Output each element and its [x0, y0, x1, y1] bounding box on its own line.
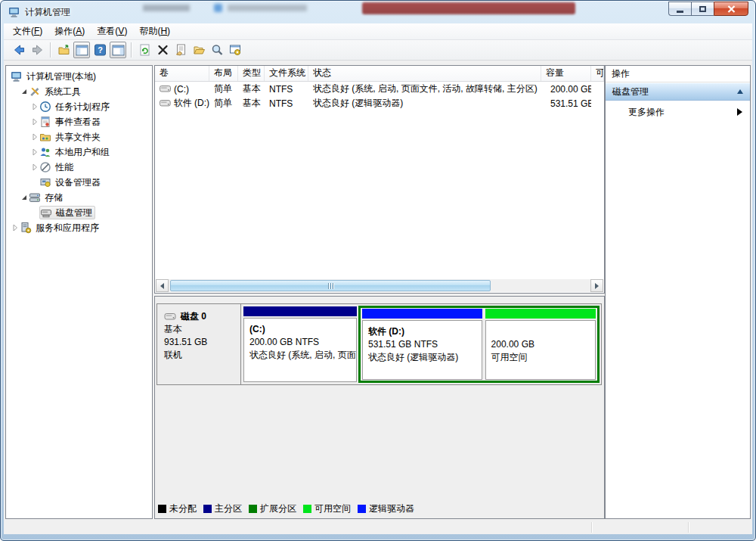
close-icon [727, 5, 736, 13]
legend-label: 逻辑驱动器 [369, 502, 414, 515]
volume-icon [160, 85, 171, 93]
column-header-layout[interactable]: 布局 [209, 66, 238, 81]
show-console-tree-button[interactable] [55, 42, 72, 58]
disk-management-section-bar[interactable]: 磁盘管理 [606, 82, 750, 101]
free-space-region[interactable]: 200.00 GB 可用空间 [485, 309, 596, 380]
partition-size: 200.00 GB NTFS [249, 336, 355, 349]
disk-0-label[interactable]: 磁盘 0 基本 931.51 GB 联机 [157, 304, 241, 384]
tree-item-device-manager[interactable]: 设备管理器 [6, 175, 152, 190]
volume-row-c[interactable]: (C:) 简单 基本 NTFS 状态良好 (系统, 启动, 页面文件, 活动, … [155, 82, 604, 96]
tree-item-event-viewer[interactable]: 事件查看器 [6, 114, 152, 129]
tree-item-shared-folders[interactable]: 共享文件夹 [6, 129, 152, 145]
status-bar [4, 521, 752, 534]
search-button[interactable] [209, 42, 225, 58]
open-folder-button[interactable] [191, 42, 207, 58]
menu-view[interactable]: 查看(V) [91, 23, 133, 39]
partition-c[interactable]: (C:) 200.00 GB NTFS 状态良好 (系统, 启动, 页面 [243, 306, 357, 382]
refresh-button[interactable] [136, 42, 153, 58]
column-header-filesystem[interactable]: 文件系统 [265, 66, 308, 81]
tree-item-performance[interactable]: 性能 [6, 160, 152, 175]
action-pane-button[interactable] [110, 42, 126, 58]
collapsed-arrow-icon[interactable] [30, 117, 39, 126]
column-header-capacity[interactable]: 容量 [541, 66, 591, 81]
maximize-button[interactable] [691, 2, 714, 16]
volume-row-d[interactable]: 软件 (D:) 简单 基本 NTFS 状态良好 (逻辑驱动器) 531.51 G… [155, 96, 604, 110]
services-icon [20, 222, 33, 234]
collapsed-arrow-icon[interactable] [30, 163, 39, 172]
center-column: 卷 布局 类型 文件系统 状态 容量 可用空间 (C:) 简单 基本 NTFS … [154, 65, 605, 519]
scroll-right-button[interactable] [590, 279, 603, 292]
collapsed-arrow-icon[interactable] [30, 148, 39, 157]
free-space-label: 可用空间 [491, 351, 593, 364]
scroll-left-button[interactable] [156, 279, 169, 292]
menu-action[interactable]: 操作(A) [48, 23, 91, 39]
expanded-arrow-icon[interactable] [20, 193, 29, 202]
action-pane-icon [112, 45, 125, 56]
legend-label: 扩展分区 [260, 502, 296, 515]
partition-status: 状态良好 (逻辑驱动器) [368, 351, 480, 364]
column-header-status[interactable]: 状态 [308, 66, 541, 81]
partition-d[interactable]: 软件 (D:) 531.51 GB NTFS 状态良好 (逻辑驱动器) [362, 309, 482, 380]
collapsed-arrow-icon[interactable] [11, 223, 20, 232]
disk-status: 联机 [164, 349, 240, 362]
more-actions-item[interactable]: 更多操作 [606, 101, 750, 123]
rescan-disks-button[interactable] [227, 42, 243, 58]
back-button[interactable] [11, 42, 27, 58]
forward-button[interactable] [29, 42, 45, 58]
console-window-icon [76, 45, 88, 56]
rescan-disks-icon [229, 44, 242, 56]
collapsed-arrow-icon[interactable] [30, 102, 39, 111]
collapsed-arrow-icon[interactable] [30, 132, 39, 141]
toolbar-separator [50, 42, 51, 58]
console-window-button[interactable] [73, 42, 90, 58]
disk-size: 931.51 GB [164, 336, 240, 349]
disk-name: 磁盘 0 [181, 310, 206, 323]
horizontal-scrollbar[interactable] [156, 279, 603, 292]
tree-item-local-users-groups[interactable]: 本地用户和组 [6, 145, 152, 160]
scrollbar-thumb[interactable] [170, 280, 491, 291]
volume-table-header: 卷 布局 类型 文件系统 状态 容量 可用空间 [155, 66, 604, 82]
volume-list-panel: 卷 布局 类型 文件系统 状态 容量 可用空间 (C:) 简单 基本 NTFS … [154, 65, 605, 294]
free-space-strip [485, 309, 596, 319]
selected-tree-item: 磁盘管理 [39, 206, 95, 219]
column-header-free-space[interactable]: 可用空间 [591, 66, 604, 81]
device-manager-icon [39, 176, 53, 188]
statusbar-separator [591, 522, 592, 533]
legend-swatch-logical [358, 505, 366, 513]
tree-item-task-scheduler[interactable]: 任务计划程序 [6, 99, 152, 114]
minimize-button[interactable] [668, 2, 691, 16]
performance-icon [39, 161, 53, 173]
help-icon: ? [94, 44, 107, 56]
collapse-icon[interactable] [737, 89, 743, 94]
menu-bar: 文件(F) 操作(A) 查看(V) 帮助(H) [4, 23, 752, 40]
menu-help[interactable]: 帮助(H) [133, 23, 176, 39]
tree-item-storage[interactable]: 存储 [6, 190, 152, 205]
window-title: 计算机管理 [25, 1, 70, 23]
tree-item-system-tools[interactable]: 系统工具 [6, 84, 152, 99]
local-users-icon [39, 146, 53, 158]
close-button[interactable] [714, 2, 748, 16]
main-content: 计算机管理(本地) 系统工具 任务计划程序 事件查看器 [4, 61, 752, 521]
refresh-icon [138, 44, 151, 56]
partition-size: 531.51 GB NTFS [368, 338, 480, 351]
scrollbar-track[interactable] [169, 279, 590, 292]
free-space-size: 200.00 GB [491, 338, 593, 351]
help-button[interactable]: ? [91, 42, 108, 58]
delete-button[interactable] [154, 42, 171, 58]
search-icon [211, 44, 224, 56]
menu-file[interactable]: 文件(F) [7, 23, 48, 39]
extended-partition-region: 软件 (D:) 531.51 GB NTFS 状态良好 (逻辑驱动器) 200.… [358, 306, 600, 383]
tree-item-disk-management[interactable]: 磁盘管理 [6, 205, 152, 220]
tree-item-services-applications[interactable]: 服务和应用程序 [6, 220, 152, 235]
shared-folders-icon [39, 131, 53, 143]
title-bar[interactable]: 计算机管理 [1, 1, 755, 23]
disk-management-icon [40, 207, 54, 219]
properties-button[interactable] [172, 42, 189, 58]
volume-icon [160, 99, 171, 107]
expanded-arrow-icon[interactable] [20, 87, 29, 96]
actions-panel: 操作 磁盘管理 更多操作 [605, 65, 751, 519]
column-header-volume[interactable]: 卷 [155, 66, 209, 81]
column-header-type[interactable]: 类型 [238, 66, 265, 81]
console-tree-panel: 计算机管理(本地) 系统工具 任务计划程序 事件查看器 [5, 65, 153, 519]
tree-item-computer-management[interactable]: 计算机管理(本地) [6, 69, 152, 84]
